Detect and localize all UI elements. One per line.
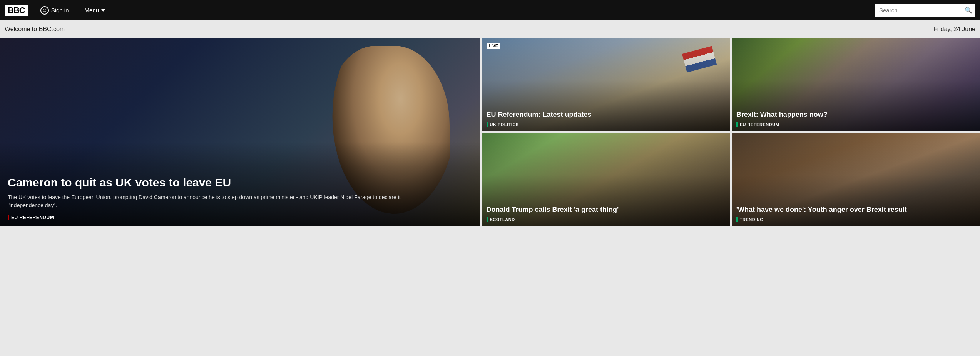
card-category-label-1: EU REFERENDUM: [740, 122, 779, 127]
hero-headline: Cameron to quit as UK votes to leave EU: [8, 176, 473, 190]
live-badge: LIVE: [487, 43, 500, 49]
main-content: Cameron to quit as UK votes to leave EU …: [0, 38, 980, 228]
search-input[interactable]: [875, 4, 962, 17]
category-bar-icon-2: [487, 217, 488, 222]
menu-label: Menu: [85, 7, 99, 13]
search-box[interactable]: 🔍: [875, 4, 975, 17]
card-headline-1: Brexit: What happens now?: [736, 110, 975, 119]
card-text-2: Donald Trump calls Brexit 'a great thing…: [482, 200, 730, 226]
category-bar-icon: [8, 215, 9, 220]
card-category-1: EU REFERENDUM: [736, 122, 975, 127]
signin-label: Sign in: [51, 7, 69, 13]
bbc-logo[interactable]: BBC: [5, 5, 28, 16]
card-text-3: 'What have we done': Youth anger over Br…: [732, 200, 980, 226]
card-category-2: SCOTLAND: [487, 217, 726, 222]
card-headline-2: Donald Trump calls Brexit 'a great thing…: [487, 205, 726, 214]
category-bar-icon-1: [736, 122, 738, 127]
nav-divider: [77, 3, 77, 17]
signin-button[interactable]: ☺ Sign in: [34, 6, 75, 15]
news-card-2[interactable]: Donald Trump calls Brexit 'a great thing…: [482, 133, 730, 226]
category-bar-icon-0: [487, 122, 488, 127]
menu-button[interactable]: Menu: [79, 7, 112, 13]
card-headline-3: 'What have we done': Youth anger over Br…: [736, 205, 975, 214]
date-text: Friday, 24 June: [933, 26, 975, 33]
news-card-0[interactable]: LIVE EU Referendum: Latest updates UK PO…: [482, 38, 730, 131]
hero-article[interactable]: Cameron to quit as UK votes to leave EU …: [0, 38, 480, 226]
hero-description: The UK votes to leave the European Union…: [8, 193, 426, 210]
welcome-text: Welcome to BBC.com: [5, 26, 65, 33]
card-category-3: TRENDING: [736, 217, 975, 222]
hero-category-label: EU REFERENDUM: [11, 215, 54, 220]
card-category-label-3: TRENDING: [740, 217, 763, 222]
card-text-1: Brexit: What happens now? EU REFERENDUM: [732, 105, 980, 131]
card-category-0: UK POLITICS: [487, 122, 726, 127]
news-card-3[interactable]: 'What have we done': Youth anger over Br…: [732, 133, 980, 226]
search-button[interactable]: 🔍: [962, 4, 975, 17]
hero-category: EU REFERENDUM: [8, 215, 473, 220]
welcome-bar: Welcome to BBC.com Friday, 24 June: [0, 20, 980, 38]
news-card-1[interactable]: Brexit: What happens now? EU REFERENDUM: [732, 38, 980, 131]
card-headline-0: EU Referendum: Latest updates: [487, 110, 726, 119]
navbar: BBC ☺ Sign in Menu 🔍: [0, 0, 980, 20]
hero-text-block: Cameron to quit as UK votes to leave EU …: [0, 168, 480, 226]
right-grid: LIVE EU Referendum: Latest updates UK PO…: [482, 38, 980, 226]
person-icon: ☺: [40, 6, 49, 15]
category-bar-icon-3: [736, 217, 738, 222]
card-text-0: EU Referendum: Latest updates UK POLITIC…: [482, 105, 730, 131]
card-category-label-0: UK POLITICS: [490, 122, 519, 127]
chevron-down-icon: [101, 9, 105, 12]
card-category-label-2: SCOTLAND: [490, 217, 515, 222]
